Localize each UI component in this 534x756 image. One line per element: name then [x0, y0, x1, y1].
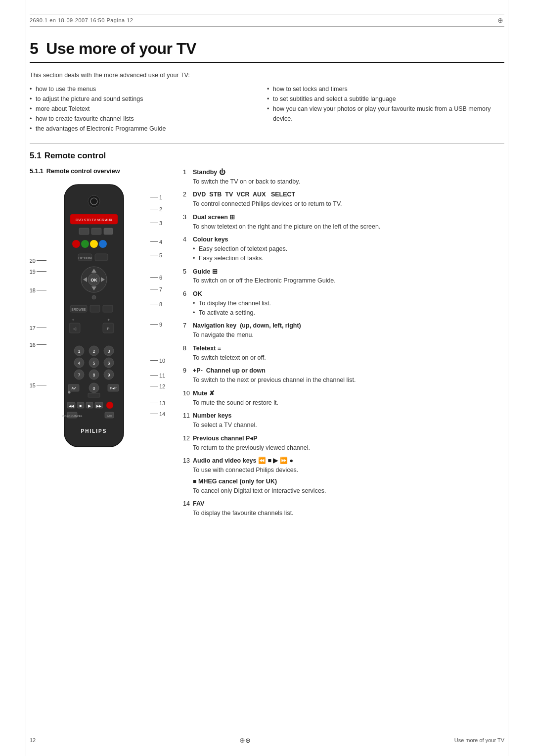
annot-5: 5: [150, 252, 162, 258]
footer: 12 ⊕ Use more of your TV: [30, 733, 504, 744]
svg-point-74: [68, 391, 71, 393]
svg-rect-59: [88, 393, 100, 397]
annot-10: 10: [150, 358, 165, 364]
svg-point-8: [72, 240, 80, 248]
svg-text:PHILIPS: PHILIPS: [81, 428, 107, 434]
svg-point-9: [81, 240, 89, 248]
svg-rect-26: [103, 305, 113, 312]
desc-item-14: 14 FAV To display the favourite channels…: [183, 499, 504, 518]
desc-item-7: 7 Navigation key (up, down, left, right)…: [183, 321, 504, 340]
intro-text: This section deals with the more advance…: [30, 71, 267, 80]
annot-6: 6: [150, 275, 162, 281]
right-col: 1 Standby ⏻ To switch the TV on or back …: [178, 168, 504, 522]
bullet-item: how you can view your photos or play you…: [267, 104, 504, 124]
bullet-item: more about Teletext: [30, 104, 267, 114]
annot-3: 3: [150, 220, 162, 226]
annot-20: 20: [30, 258, 46, 264]
svg-text:■: ■: [80, 404, 82, 408]
svg-text:5: 5: [92, 361, 95, 366]
top-bar: 2690.1 en 18-09-2007 16:50 Pagina 12: [30, 14, 504, 27]
svg-rect-6: [91, 228, 101, 235]
svg-text:P◂P: P◂P: [110, 386, 117, 390]
svg-point-10: [90, 240, 98, 248]
desc-item-5: 5 Guide ⊞ To switch on or off the Electr…: [183, 267, 504, 286]
svg-rect-7: [104, 228, 113, 235]
main-content: 5Use more of your TV This section deals …: [30, 40, 504, 726]
bullet-item: how to create favourite channel lists: [30, 114, 267, 124]
subsection-title: Remote control overview: [46, 168, 120, 175]
svg-rect-5: [79, 228, 89, 235]
svg-point-68: [106, 402, 113, 409]
svg-text:OPTION: OPTION: [79, 256, 92, 260]
audio-video-keys-title: Audio and video keys ⏪ ■ ▶ ⏩ ●: [193, 457, 293, 464]
svg-text:+: +: [107, 318, 110, 323]
page-container: 2690.1 en 18-09-2007 16:50 Pagina 12 5Us…: [0, 0, 534, 756]
bullet-item: the advantages of Electronic Programme G…: [30, 124, 267, 134]
svg-text:+: +: [72, 318, 74, 323]
svg-text:2: 2: [92, 349, 95, 354]
svg-text:DVD STB TV VCR AUX: DVD STB TV VCR AUX: [76, 218, 112, 222]
desc-list: 1 Standby ⏻ To switch the TV on or back …: [183, 168, 504, 518]
svg-text:1: 1: [78, 349, 80, 354]
svg-text:AV: AV: [72, 386, 76, 390]
svg-text:6: 6: [107, 361, 110, 366]
svg-rect-25: [90, 305, 100, 312]
annot-17: 17: [30, 325, 46, 331]
desc-item-8: 8 Teletext ≡ To switch teletext on or of…: [183, 344, 504, 363]
annot-2: 2: [150, 206, 162, 212]
bullet-item: to adjust the picture and sound settings: [30, 94, 267, 104]
two-col-layout: 5.1.1Remote control overview: [30, 168, 504, 522]
svg-text:P: P: [107, 327, 109, 331]
svg-rect-14: [95, 254, 108, 261]
annot-12: 12: [150, 383, 165, 389]
bullet-col-right: how to set locks and timers to set subti…: [267, 84, 504, 134]
remote-control: DVD STB TV VCR AUX OP: [49, 181, 138, 459]
section-title: Remote control: [44, 151, 106, 160]
left-col: 5.1.1Remote control overview: [30, 168, 178, 181]
desc-item-12: 12 Previous channel P◂P To return to the…: [183, 434, 504, 453]
desc-item-2: 2 DVD STB TV VCR AUX SELECT To control c…: [183, 190, 504, 209]
svg-text:◁: ◁: [73, 327, 77, 331]
desc-item-11: 11 Number keys To select a TV channel.: [183, 411, 504, 430]
desc-item-3: 3 Dual screen ⊞ To show teletext on the …: [183, 213, 504, 232]
desc-item-4: 4 Colour keys Easy selection of teletext…: [183, 235, 504, 263]
annot-18: 18: [30, 287, 46, 293]
desc-item-10: 10 Mute ✘ To mute the sound or restore i…: [183, 389, 504, 408]
svg-point-1: [88, 195, 100, 207]
subsection-number: 5.1.1: [30, 168, 44, 175]
svg-text:3: 3: [107, 349, 110, 354]
annot-8: 8: [150, 301, 162, 307]
desc-item-1: 1 Standby ⏻ To switch the TV on or back …: [183, 168, 504, 187]
bullet-item: to set subtitles and select a subtitle l…: [267, 94, 504, 104]
svg-text:9: 9: [107, 373, 110, 378]
chapter-number: 5: [30, 40, 38, 57]
annot-13: 13: [150, 400, 165, 406]
bullet-list-right: how to set locks and timers to set subti…: [267, 84, 504, 124]
annot-15: 15: [30, 382, 46, 388]
annot-1: 1: [150, 194, 162, 200]
annot-16: 16: [30, 342, 46, 348]
bullet-columns: how to use the menus to adjust the pictu…: [30, 84, 504, 134]
annot-14: 14: [150, 411, 165, 417]
bullet-item: how to set locks and timers: [267, 84, 504, 94]
svg-text:◀◀: ◀◀: [69, 404, 74, 408]
svg-text:FAV: FAV: [107, 415, 112, 418]
doc-ref: 2690.1 en 18-09-2007 16:50 Pagina 12: [30, 17, 133, 23]
footer-crosshair-icon: ⊕: [241, 736, 249, 744]
crosshair-icon: [496, 16, 504, 24]
svg-point-11: [99, 240, 107, 248]
remote-svg: DVD STB TV VCR AUX OP: [49, 181, 138, 458]
svg-text:7: 7: [78, 373, 80, 378]
footer-section-title: Use more of your TV: [454, 737, 504, 743]
svg-text:▶: ▶: [88, 404, 91, 408]
svg-text:0: 0: [92, 386, 95, 391]
svg-text:8: 8: [92, 373, 95, 378]
annot-7: 7: [150, 286, 162, 292]
svg-text:VIDEO CANCEL: VIDEO CANCEL: [62, 415, 83, 418]
annot-9: 9: [150, 322, 162, 328]
annot-19: 19: [30, 269, 46, 275]
desc-item-6: 6 OK To display the channel list. To act…: [183, 289, 504, 317]
left-margin-line: [26, 0, 26, 756]
bullet-list-left: how to use the menus to adjust the pictu…: [30, 84, 267, 134]
section-heading: 5.1Remote control: [30, 151, 504, 161]
